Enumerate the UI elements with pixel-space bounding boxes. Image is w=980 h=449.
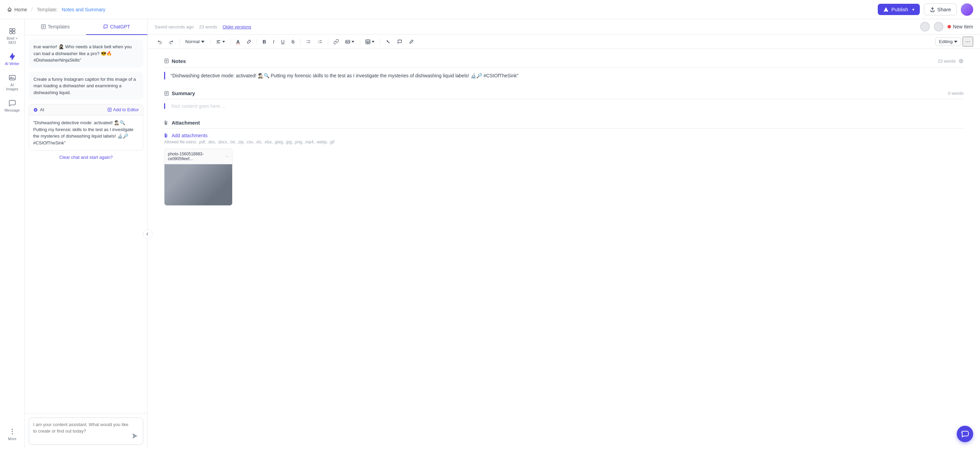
section-notes-content[interactable]: "Dishwashing detective mode: activated! … <box>171 72 964 79</box>
section-notes-header: Notes 23 words ⊕ <box>164 57 964 68</box>
tab-chatgpt[interactable]: ChatGPT <box>86 19 148 35</box>
section-summary-header: Summary 0 words <box>164 90 964 99</box>
section-attachment: Attachment Add attachments Allowed file … <box>164 120 964 206</box>
section-notes-add-btn[interactable]: ⊕ <box>958 57 964 65</box>
svg-text:1.: 1. <box>318 40 319 42</box>
panel-body: true warrior! 🥷🏻 Who needs a black belt … <box>25 35 147 413</box>
add-attach-icon <box>164 133 169 138</box>
tab-templates-label: Templates <box>48 24 70 29</box>
undo-button[interactable] <box>154 38 165 46</box>
sidebar-item-brief-seo[interactable]: Brief + SEO <box>2 25 22 47</box>
section-attachment-header-left: Attachment <box>164 120 200 126</box>
sidebar-item-message[interactable]: Message <box>2 96 22 115</box>
italic-button[interactable]: I <box>270 37 277 46</box>
notes-icon <box>164 59 169 63</box>
italic-icon: I <box>273 39 274 45</box>
add-to-editor-btn[interactable]: Add to Editor <box>107 107 139 112</box>
svg-rect-2 <box>10 32 12 34</box>
underline-button[interactable]: U <box>278 37 287 46</box>
chat-input-wrap <box>29 417 143 445</box>
panel: Templates ChatGPT true warrior! 🥷🏻 Who n… <box>25 19 148 449</box>
clear-format-button[interactable] <box>383 38 393 46</box>
clear-chat[interactable]: Clear chat and start again? <box>29 155 143 160</box>
redo-button[interactable] <box>166 38 177 46</box>
section-summary: Summary 0 words Your content goes here .… <box>164 90 964 109</box>
panel-tabs: Templates ChatGPT <box>25 19 147 35</box>
attachment-card[interactable]: photo-1560518883-ce09059eef... ··· <box>164 149 232 206</box>
send-button[interactable] <box>131 433 139 441</box>
main-layout: Brief + SEO AI Writer AI Images Message <box>0 19 980 449</box>
link-button[interactable] <box>331 38 341 46</box>
section-summary-title: Summary <box>172 90 195 96</box>
toolbar: Normal A B I U <box>148 35 980 49</box>
publish-label: Publish <box>891 6 908 12</box>
section-summary-wordcount: 0 words <box>948 91 964 96</box>
attach-filename: photo-1560518883-ce09059eef... <box>168 152 225 161</box>
ai-response-header: AI Add to Editor <box>29 104 143 115</box>
status-dot <box>948 25 951 29</box>
panel-collapse-arrow[interactable] <box>143 229 153 239</box>
editor-area: Saved seconds ago 23 words Older version… <box>148 19 980 449</box>
publish-button[interactable]: Publish ▾ <box>878 4 920 15</box>
pencil-button[interactable] <box>406 38 417 46</box>
editing-badge[interactable]: Editing <box>935 37 961 46</box>
sidebar-label-ai-writer: AI Writer <box>5 62 19 66</box>
home-link[interactable]: Home <box>7 7 27 12</box>
sidebar-label-ai-images: AI Images <box>5 83 20 91</box>
section-attachment-header: Attachment <box>164 120 964 129</box>
toolbar-more-button[interactable]: ··· <box>963 37 973 46</box>
collaborator-avatar-2 <box>934 22 943 32</box>
image-button[interactable] <box>343 38 357 46</box>
comment-button[interactable] <box>395 38 405 46</box>
attachment-area: Add attachments Allowed file extns: .pdf… <box>164 133 964 206</box>
text-color-button[interactable]: A <box>234 37 242 46</box>
section-notes: Notes 23 words ⊕ "Dishwashing detective … <box>164 57 964 79</box>
sidebar-label-message: Message <box>5 108 20 112</box>
topbar-left: Home / Template: Notes and Summary <box>7 6 105 13</box>
chat-widget-btn[interactable] <box>957 426 973 442</box>
breadcrumb-prefix: Template: <box>37 7 58 12</box>
svg-point-6 <box>12 429 13 430</box>
sidebar-label-brief-seo: Brief + SEO <box>5 36 20 45</box>
home-label: Home <box>14 7 27 12</box>
section-notes-header-left: Notes <box>164 58 186 64</box>
add-attachments-btn[interactable]: Add attachments <box>164 133 964 138</box>
share-button[interactable]: Share <box>924 3 957 15</box>
section-summary-placeholder[interactable]: Your content goes here ... <box>171 103 964 109</box>
breadcrumb-link[interactable]: Notes and Summary <box>62 7 106 12</box>
attach-image <box>164 164 232 205</box>
ordered-button[interactable]: 1.2. <box>315 38 325 46</box>
tab-chatgpt-label: ChatGPT <box>110 24 130 29</box>
tab-templates[interactable]: Templates <box>25 19 86 35</box>
chat-input[interactable] <box>33 421 131 441</box>
svg-point-7 <box>12 431 13 432</box>
bold-button[interactable]: B <box>260 37 269 46</box>
strike-button[interactable]: S <box>289 37 297 46</box>
ai-response-block: AI Add to Editor "Dishwashing detective … <box>29 104 143 150</box>
toolbar-divider-5 <box>300 38 301 45</box>
editing-label: Editing <box>939 39 953 44</box>
chat-message-1: Create a funny Instagram caption for thi… <box>29 72 143 100</box>
topbar: Home / Template: Notes and Summary Publi… <box>0 0 980 19</box>
editor-content: Notes 23 words ⊕ "Dishwashing detective … <box>148 49 980 449</box>
user-avatar[interactable] <box>961 3 973 16</box>
attach-more-btn[interactable]: ··· <box>225 154 229 159</box>
ai-response-text: "Dishwashing detective mode: activated! … <box>29 115 143 150</box>
bullet-button[interactable] <box>303 38 313 46</box>
chat-input-area <box>25 413 147 449</box>
table-button[interactable] <box>363 38 377 46</box>
ai-label: AI <box>33 107 44 112</box>
sidebar-item-more[interactable]: More <box>2 425 22 444</box>
publish-chevron: ▾ <box>912 7 914 12</box>
align-button[interactable] <box>213 38 228 46</box>
toolbar-divider-2 <box>210 38 211 45</box>
strike-icon: S <box>291 39 294 45</box>
older-versions-link[interactable]: Older versions <box>223 24 251 29</box>
sidebar-item-ai-images[interactable]: AI Images <box>2 71 22 94</box>
svg-text:2.: 2. <box>318 42 319 43</box>
sidebar-item-ai-writer[interactable]: AI Writer <box>2 50 22 69</box>
highlight-button[interactable] <box>244 38 254 46</box>
new-item-label: New Item <box>953 24 973 29</box>
style-select[interactable]: Normal <box>182 37 208 46</box>
sidebar-label-more: More <box>8 437 16 441</box>
